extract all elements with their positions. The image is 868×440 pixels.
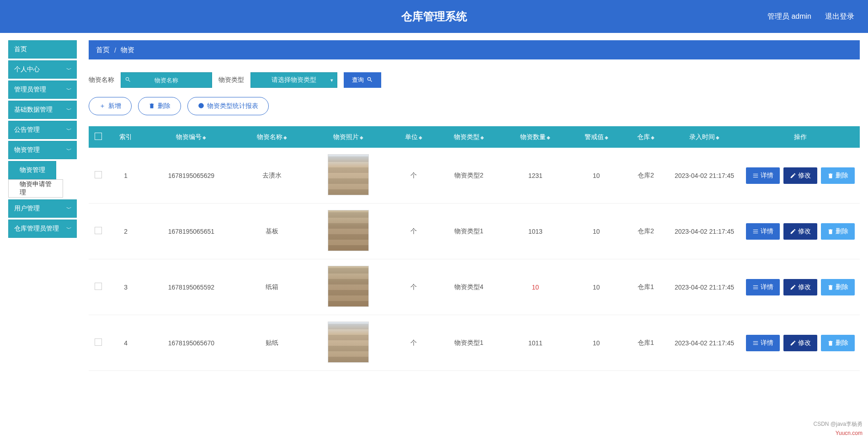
row-delete-button[interactable]: 删除: [821, 335, 855, 351]
cell-time: 2023-04-02 21:17:45: [668, 259, 741, 315]
cell-name: 基板: [239, 204, 306, 259]
row-delete-button[interactable]: 删除: [821, 167, 855, 184]
sidebar-item-user[interactable]: 用户管理 ﹀: [8, 199, 77, 218]
search-type-select[interactable]: 请选择物资类型 ▾: [250, 72, 337, 88]
chevron-down-icon: ﹀: [66, 225, 72, 233]
sidebar-item-profile[interactable]: 个人中心 ﹀: [8, 60, 77, 79]
sidebar-item-label: 基础数据管理: [14, 106, 53, 114]
content-area: 首页 / 物资 物资名称 物资类型 请选择物资类型 ▾ 查询 ＋ 新增: [77, 33, 868, 371]
sidebar-item-basedata[interactable]: 基础数据管理 ﹀: [8, 101, 77, 119]
sidebar-item-label: 个人中心: [14, 65, 40, 74]
edit-button[interactable]: 修改: [783, 223, 817, 240]
cell-photo: [305, 259, 391, 315]
search-name-label: 物资名称: [89, 76, 114, 84]
row-checkbox[interactable]: [95, 171, 102, 178]
query-button[interactable]: 查询: [344, 72, 381, 88]
delete-button[interactable]: 删除: [138, 97, 181, 115]
cell-type: 物资类型2: [436, 148, 502, 204]
sidebar-item-label: 物资申请管理: [20, 180, 57, 197]
breadcrumb: 首页 / 物资: [89, 40, 860, 59]
cell-qty: 10: [502, 259, 569, 315]
cell-name: 纸箱: [239, 259, 306, 315]
sidebar-subitem-material-apply[interactable]: 物资申请管理: [8, 179, 63, 198]
row-checkbox[interactable]: [95, 338, 102, 346]
material-thumbnail[interactable]: [328, 210, 369, 251]
sort-icon: ◆: [360, 135, 363, 140]
material-thumbnail[interactable]: [328, 154, 369, 195]
sidebar-item-label: 仓库管理员管理: [14, 225, 59, 233]
sidebar-item-material[interactable]: 物资管理 ﹀: [8, 141, 77, 159]
cell-wh: 仓库2: [624, 204, 668, 259]
sort-icon: ◆: [716, 135, 719, 140]
col-index[interactable]: 索引: [108, 126, 144, 148]
row-delete-button[interactable]: 删除: [821, 223, 855, 240]
sidebar-item-label: 公告管理: [14, 126, 40, 134]
col-wh[interactable]: 仓库◆: [624, 126, 668, 148]
button-label: 新增: [108, 102, 121, 110]
col-type[interactable]: 物资类型◆: [436, 126, 502, 148]
cell-qty: 1231: [502, 148, 569, 204]
breadcrumb-current: 物资: [121, 46, 134, 54]
button-label: 删除: [158, 102, 170, 110]
row-ops: 详情修改删除: [745, 167, 856, 184]
detail-button[interactable]: 详情: [746, 223, 780, 240]
sidebar: 首页 个人中心 ﹀ 管理员管理 ﹀ 基础数据管理 ﹀ 公告管理 ﹀ 物资管理 ﹀…: [0, 33, 77, 371]
chevron-down-icon: ﹀: [66, 106, 72, 114]
cell-qty: 1011: [502, 315, 569, 371]
chevron-down-icon: ﹀: [66, 86, 72, 94]
sidebar-item-warehouse-admin[interactable]: 仓库管理员管理 ﹀: [8, 220, 77, 238]
search-name-input[interactable]: [121, 77, 212, 84]
edit-button[interactable]: 修改: [783, 167, 817, 184]
edit-button[interactable]: 修改: [783, 279, 817, 295]
cell-wh: 仓库1: [624, 259, 668, 315]
cell-type: 物资类型4: [436, 259, 502, 315]
search-icon: [125, 76, 131, 84]
col-time[interactable]: 录入时间◆: [668, 126, 741, 148]
sidebar-item-label: 用户管理: [14, 204, 40, 213]
col-alert[interactable]: 警戒值◆: [569, 126, 624, 148]
col-code[interactable]: 物资编号◆: [144, 126, 239, 148]
row-ops: 详情修改删除: [745, 279, 856, 295]
material-thumbnail[interactable]: [328, 322, 369, 363]
sidebar-item-notice[interactable]: 公告管理 ﹀: [8, 121, 77, 139]
breadcrumb-home[interactable]: 首页: [96, 46, 110, 54]
detail-button[interactable]: 详情: [746, 279, 780, 295]
cell-alert: 10: [569, 315, 624, 371]
cell-name: 去渍水: [239, 148, 306, 204]
sidebar-item-home[interactable]: 首页: [8, 40, 77, 59]
material-thumbnail[interactable]: [328, 266, 369, 307]
sidebar-subitem-material-manage[interactable]: 物资管理: [8, 161, 56, 179]
col-unit[interactable]: 单位◆: [392, 126, 436, 148]
row-checkbox[interactable]: [95, 283, 102, 290]
table-row: 41678195065670贴纸个物资类型1101110仓库12023-04-0…: [89, 315, 860, 371]
col-photo[interactable]: 物资照片◆: [305, 126, 391, 148]
search-name-input-wrap: [121, 72, 212, 88]
row-delete-button[interactable]: 删除: [821, 279, 855, 295]
row-checkbox[interactable]: [95, 227, 102, 234]
logout-link[interactable]: 退出登录: [825, 12, 854, 21]
col-name[interactable]: 物资名称◆: [239, 126, 306, 148]
select-all-checkbox[interactable]: [95, 133, 102, 140]
edit-button[interactable]: 修改: [783, 335, 817, 351]
col-ops: 操作: [741, 126, 860, 148]
table-header: 索引 物资编号◆ 物资名称◆ 物资照片◆ 单位◆ 物资类型◆ 物资数量◆ 警戒值…: [89, 126, 860, 148]
select-placeholder: 请选择物资类型: [272, 76, 316, 84]
sort-icon: ◆: [283, 135, 287, 140]
plus-icon: ＋: [99, 102, 106, 110]
action-bar: ＋ 新增 删除 物资类型统计报表: [89, 97, 860, 115]
detail-button[interactable]: 详情: [746, 167, 780, 184]
sidebar-item-label: 物资管理: [14, 146, 40, 154]
breadcrumb-sep: /: [114, 46, 116, 54]
report-button[interactable]: 物资类型统计报表: [187, 97, 269, 115]
sidebar-item-admin[interactable]: 管理员管理 ﹀: [8, 80, 77, 99]
current-user[interactable]: 管理员 admin: [767, 12, 811, 21]
cell-index: 4: [108, 315, 144, 371]
col-qty[interactable]: 物资数量◆: [502, 126, 569, 148]
add-button[interactable]: ＋ 新增: [89, 97, 132, 115]
detail-button[interactable]: 详情: [746, 335, 780, 351]
chevron-down-icon: ﹀: [66, 205, 72, 213]
cell-wh: 仓库1: [624, 315, 668, 371]
app-header: 仓库管理系统 管理员 admin 退出登录: [0, 0, 868, 33]
material-table: 索引 物资编号◆ 物资名称◆ 物资照片◆ 单位◆ 物资类型◆ 物资数量◆ 警戒值…: [89, 126, 860, 371]
cell-photo: [305, 315, 391, 371]
